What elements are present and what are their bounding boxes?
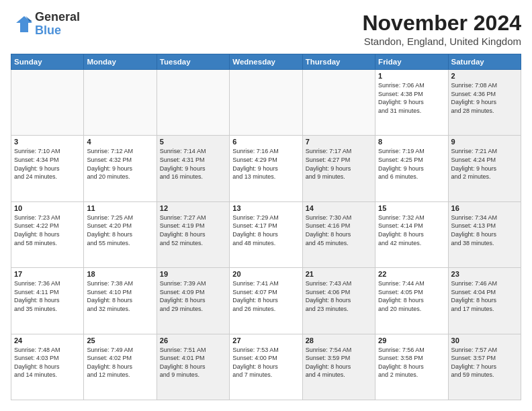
- day-info: Sunrise: 7:21 AM Sunset: 4:24 PM Dayligh…: [451, 147, 518, 181]
- day-number: 18: [87, 270, 153, 278]
- calendar-cell: [11, 70, 84, 136]
- day-info: Sunrise: 7:14 AM Sunset: 4:31 PM Dayligh…: [160, 147, 226, 181]
- day-number: 21: [306, 270, 372, 278]
- day-number: 20: [232, 270, 299, 278]
- day-info: Sunrise: 7:16 AM Sunset: 4:29 PM Dayligh…: [232, 147, 299, 181]
- day-info: Sunrise: 7:48 AM Sunset: 4:03 PM Dayligh…: [14, 346, 81, 379]
- day-number: 5: [160, 138, 226, 146]
- page: General Blue November 2024 Standon, Engl…: [0, 0, 532, 411]
- day-number: 6: [232, 138, 299, 146]
- day-number: 23: [451, 270, 518, 278]
- calendar-cell: [302, 70, 375, 136]
- day-number: 19: [160, 270, 226, 278]
- logo-line1: General: [35, 11, 80, 24]
- calendar-cell: 26Sunrise: 7:51 AM Sunset: 4:01 PM Dayli…: [157, 334, 229, 400]
- logo-line2: Blue: [35, 24, 80, 38]
- calendar-cell: 18Sunrise: 7:38 AM Sunset: 4:10 PM Dayli…: [84, 268, 157, 334]
- calendar-cell: 4Sunrise: 7:12 AM Sunset: 4:32 PM Daylig…: [84, 136, 157, 201]
- day-info: Sunrise: 7:25 AM Sunset: 4:20 PM Dayligh…: [87, 214, 153, 247]
- calendar-cell: 15Sunrise: 7:32 AM Sunset: 4:14 PM Dayli…: [375, 201, 448, 267]
- day-number: 15: [378, 204, 445, 212]
- weekday-header-wednesday: Wednesday: [230, 54, 302, 70]
- day-info: Sunrise: 7:08 AM Sunset: 4:36 PM Dayligh…: [451, 81, 518, 115]
- day-info: Sunrise: 7:44 AM Sunset: 4:05 PM Dayligh…: [378, 279, 445, 313]
- day-info: Sunrise: 7:51 AM Sunset: 4:01 PM Dayligh…: [160, 346, 226, 379]
- weekday-header-saturday: Saturday: [448, 54, 521, 70]
- calendar-cell: 24Sunrise: 7:48 AM Sunset: 4:03 PM Dayli…: [11, 334, 84, 400]
- calendar-cell: 25Sunrise: 7:49 AM Sunset: 4:02 PM Dayli…: [84, 334, 157, 400]
- weekday-header-monday: Monday: [84, 54, 157, 70]
- location-title: Standon, England, United Kingdom: [362, 36, 521, 47]
- calendar-cell: 5Sunrise: 7:14 AM Sunset: 4:31 PM Daylig…: [157, 136, 229, 201]
- calendar-cell: 3Sunrise: 7:10 AM Sunset: 4:34 PM Daylig…: [11, 136, 84, 201]
- day-info: Sunrise: 7:43 AM Sunset: 4:06 PM Dayligh…: [306, 279, 372, 313]
- day-number: 2: [451, 72, 518, 80]
- calendar-cell: 7Sunrise: 7:17 AM Sunset: 4:27 PM Daylig…: [302, 136, 375, 201]
- weekday-header-tuesday: Tuesday: [157, 54, 229, 70]
- day-info: Sunrise: 7:53 AM Sunset: 4:00 PM Dayligh…: [232, 346, 299, 379]
- calendar-cell: 13Sunrise: 7:29 AM Sunset: 4:17 PM Dayli…: [230, 201, 302, 267]
- calendar-cell: [84, 70, 157, 136]
- calendar-cell: 11Sunrise: 7:25 AM Sunset: 4:20 PM Dayli…: [84, 201, 157, 267]
- day-number: 30: [451, 336, 518, 345]
- logo-icon: [11, 13, 32, 35]
- day-info: Sunrise: 7:12 AM Sunset: 4:32 PM Dayligh…: [87, 147, 153, 181]
- day-info: Sunrise: 7:32 AM Sunset: 4:14 PM Dayligh…: [378, 214, 445, 247]
- day-info: Sunrise: 7:56 AM Sunset: 3:58 PM Dayligh…: [378, 346, 445, 379]
- day-info: Sunrise: 7:46 AM Sunset: 4:04 PM Dayligh…: [451, 279, 518, 313]
- weekday-header-friday: Friday: [375, 54, 448, 70]
- day-number: 17: [14, 270, 81, 278]
- day-info: Sunrise: 7:29 AM Sunset: 4:17 PM Dayligh…: [232, 214, 299, 247]
- day-info: Sunrise: 7:10 AM Sunset: 4:34 PM Dayligh…: [14, 147, 81, 181]
- day-number: 25: [87, 336, 153, 345]
- calendar-cell: 14Sunrise: 7:30 AM Sunset: 4:16 PM Dayli…: [302, 201, 375, 267]
- day-info: Sunrise: 7:57 AM Sunset: 3:57 PM Dayligh…: [451, 346, 518, 379]
- week-row-2: 3Sunrise: 7:10 AM Sunset: 4:34 PM Daylig…: [11, 136, 521, 201]
- calendar-cell: 9Sunrise: 7:21 AM Sunset: 4:24 PM Daylig…: [448, 136, 521, 201]
- day-info: Sunrise: 7:34 AM Sunset: 4:13 PM Dayligh…: [451, 214, 518, 247]
- day-info: Sunrise: 7:36 AM Sunset: 4:11 PM Dayligh…: [14, 279, 81, 313]
- calendar-cell: 8Sunrise: 7:19 AM Sunset: 4:25 PM Daylig…: [375, 136, 448, 201]
- day-number: 1: [378, 72, 445, 80]
- day-number: 26: [160, 336, 226, 345]
- week-row-5: 24Sunrise: 7:48 AM Sunset: 4:03 PM Dayli…: [11, 334, 521, 400]
- day-info: Sunrise: 7:27 AM Sunset: 4:19 PM Dayligh…: [160, 214, 226, 247]
- calendar-cell: 20Sunrise: 7:41 AM Sunset: 4:07 PM Dayli…: [230, 268, 302, 334]
- week-row-4: 17Sunrise: 7:36 AM Sunset: 4:11 PM Dayli…: [11, 268, 521, 334]
- logo: General Blue: [11, 11, 80, 38]
- calendar-cell: 16Sunrise: 7:34 AM Sunset: 4:13 PM Dayli…: [448, 201, 521, 267]
- calendar-cell: 19Sunrise: 7:39 AM Sunset: 4:09 PM Dayli…: [157, 268, 229, 334]
- calendar-cell: 1Sunrise: 7:06 AM Sunset: 4:38 PM Daylig…: [375, 70, 448, 136]
- day-info: Sunrise: 7:19 AM Sunset: 4:25 PM Dayligh…: [378, 147, 445, 181]
- day-number: 29: [378, 336, 445, 345]
- day-info: Sunrise: 7:54 AM Sunset: 3:59 PM Dayligh…: [306, 346, 372, 379]
- day-info: Sunrise: 7:23 AM Sunset: 4:22 PM Dayligh…: [14, 214, 81, 247]
- day-info: Sunrise: 7:49 AM Sunset: 4:02 PM Dayligh…: [87, 346, 153, 379]
- day-info: Sunrise: 7:38 AM Sunset: 4:10 PM Dayligh…: [87, 279, 153, 313]
- day-number: 7: [306, 138, 372, 146]
- calendar-cell: 21Sunrise: 7:43 AM Sunset: 4:06 PM Dayli…: [302, 268, 375, 334]
- day-number: 4: [87, 138, 153, 146]
- calendar-cell: 22Sunrise: 7:44 AM Sunset: 4:05 PM Dayli…: [375, 268, 448, 334]
- svg-marker-0: [16, 16, 32, 32]
- calendar-cell: 29Sunrise: 7:56 AM Sunset: 3:58 PM Dayli…: [375, 334, 448, 400]
- day-number: 16: [451, 204, 518, 212]
- title-block: November 2024 Standon, England, United K…: [362, 11, 521, 47]
- day-info: Sunrise: 7:06 AM Sunset: 4:38 PM Dayligh…: [378, 81, 445, 115]
- month-title: November 2024: [362, 11, 521, 36]
- day-info: Sunrise: 7:41 AM Sunset: 4:07 PM Dayligh…: [232, 279, 299, 313]
- calendar-cell: 12Sunrise: 7:27 AM Sunset: 4:19 PM Dayli…: [157, 201, 229, 267]
- weekday-header-thursday: Thursday: [302, 54, 375, 70]
- day-info: Sunrise: 7:17 AM Sunset: 4:27 PM Dayligh…: [306, 147, 372, 181]
- calendar-cell: 28Sunrise: 7:54 AM Sunset: 3:59 PM Dayli…: [302, 334, 375, 400]
- header: General Blue November 2024 Standon, Engl…: [11, 11, 521, 47]
- week-row-1: 1Sunrise: 7:06 AM Sunset: 4:38 PM Daylig…: [11, 70, 521, 136]
- calendar-cell: [230, 70, 302, 136]
- calendar-cell: [157, 70, 229, 136]
- day-number: 9: [451, 138, 518, 146]
- day-number: 13: [232, 204, 299, 212]
- calendar: SundayMondayTuesdayWednesdayThursdayFrid…: [11, 54, 521, 400]
- logo-text: General Blue: [35, 11, 80, 38]
- day-number: 28: [306, 336, 372, 345]
- calendar-cell: 23Sunrise: 7:46 AM Sunset: 4:04 PM Dayli…: [448, 268, 521, 334]
